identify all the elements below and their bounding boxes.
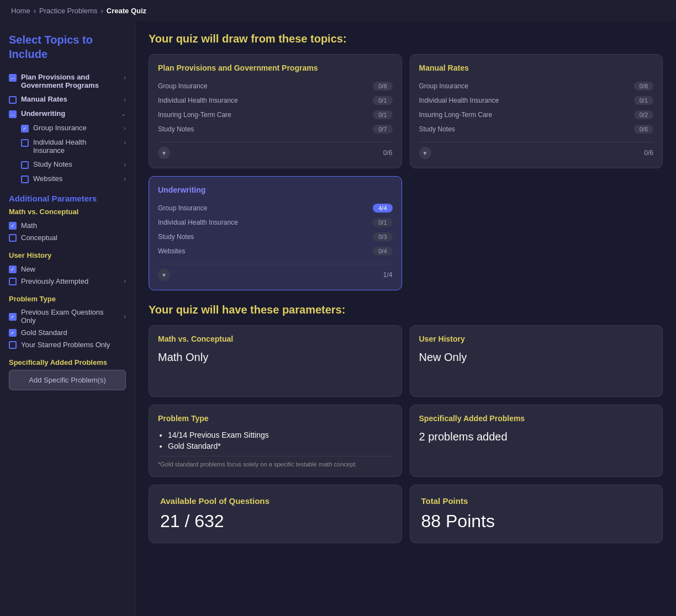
pp-row-3: Study Notes 0/7 — [158, 122, 393, 136]
gold-note: *Gold standard problems focus solely on … — [158, 456, 393, 468]
main-content: Your quiz will draw from these topics: P… — [135, 22, 676, 615]
mr-row-1-badge: 0/1 — [634, 96, 653, 105]
pp-row-1-label: Individual Health Insurance — [158, 97, 238, 104]
uw-row-1-label: Individual Health Insurance — [158, 219, 238, 226]
chevron-group-insurance: › — [124, 125, 126, 131]
checkbox-starred[interactable] — [9, 341, 17, 349]
problem-type-param-card: Problem Type 14/14 Previous Exam Sitting… — [149, 405, 402, 477]
group-insurance-label: Group Insurance — [33, 124, 119, 132]
sidebar-item-plan-provisions[interactable]: Plan Provisions and Government Programs … — [9, 70, 126, 92]
checkbox-previously-attempted[interactable] — [9, 278, 17, 285]
checkbox-gold-standard[interactable] — [9, 329, 17, 337]
user-history-group: User History New Previously Attempted › — [9, 251, 126, 287]
add-specific-button[interactable]: Add Specific Problem(s) — [9, 370, 126, 390]
gold-standard-label: Gold Standard — [21, 328, 67, 337]
mr-dropdown[interactable]: ▼ — [419, 147, 431, 159]
available-pool-label: Available Pool of Questions — [160, 496, 390, 506]
breadcrumb-practice[interactable]: Practice Problems — [39, 7, 97, 15]
sidebar-item-manual-rates[interactable]: Manual Rates › — [9, 92, 126, 107]
uw-row-0-label: Group Insurance — [158, 204, 207, 212]
plan-provisions-card-title: Plan Provisions and Government Programs — [158, 63, 393, 72]
uw-row-2-badge: 0/3 — [373, 232, 392, 241]
chevron-websites: › — [124, 176, 126, 182]
sidebar-item-group-insurance[interactable]: Group Insurance › — [21, 121, 126, 135]
total-points-label: Total Points — [421, 496, 652, 506]
sidebar-item-websites[interactable]: Websites › — [21, 172, 126, 186]
topics-cards-row: Plan Provisions and Government Programs … — [149, 54, 663, 168]
checkbox-new[interactable] — [9, 265, 17, 273]
previously-attempted-option[interactable]: Previously Attempted › — [9, 275, 126, 287]
mr-row-3: Study Notes 0/6 — [419, 122, 654, 136]
mr-row-2-badge: 0/2 — [634, 110, 653, 119]
chevron-individual-health: › — [124, 139, 126, 146]
chevron-manual-rates: › — [124, 96, 126, 103]
pp-row-0-label: Group Insurance — [158, 82, 207, 90]
pp-dropdown[interactable]: ▼ — [158, 147, 170, 159]
checkbox-prev-exam[interactable] — [9, 313, 17, 321]
chevron-plan-provisions: › — [124, 74, 126, 81]
checkbox-individual-health[interactable] — [21, 139, 29, 147]
mr-row-0-label: Group Insurance — [419, 82, 468, 90]
underwriting-card-title: Underwriting — [158, 185, 393, 194]
starred-option[interactable]: Your Starred Problems Only — [9, 338, 126, 351]
gold-standard-option[interactable]: Gold Standard — [9, 326, 126, 338]
params-heading: Your quiz will have these parameters: — [149, 304, 663, 316]
mr-row-2-label: Insuring Long-Term Care — [419, 111, 493, 119]
sidebar: Select Topics to Include Plan Provisions… — [0, 22, 135, 615]
checkbox-study-notes[interactable] — [21, 161, 29, 169]
available-pool-value: 21 / 632 — [160, 511, 390, 532]
study-notes-label: Study Notes — [33, 160, 119, 168]
problem-type-param-title: Problem Type — [158, 414, 393, 423]
breadcrumb-current: Create Quiz — [107, 7, 146, 15]
checkbox-manual-rates[interactable] — [9, 96, 17, 104]
sidebar-item-underwriting[interactable]: Underwriting ⌄ — [9, 107, 126, 121]
mr-card-footer: ▼ 0/6 — [419, 142, 654, 159]
breadcrumb-sep1: › — [34, 7, 36, 15]
math-conceptual-param-title: Math vs. Conceptual — [158, 334, 393, 343]
checkbox-group-insurance[interactable] — [21, 125, 29, 132]
specifically-added-param-card: Specifically Added Problems 2 problems a… — [410, 405, 663, 477]
user-history-param-value: New Only — [419, 351, 654, 364]
websites-label: Websites — [33, 174, 119, 183]
checkbox-underwriting[interactable] — [9, 110, 17, 118]
checkbox-math[interactable] — [9, 222, 17, 230]
math-conceptual-label: Math vs. Conceptual — [9, 208, 126, 216]
uw-row-0-badge: 4/4 — [373, 204, 392, 213]
specifically-added-group: Specifically Added Problems Add Specific… — [9, 358, 126, 390]
breadcrumb-sep2: › — [101, 7, 103, 15]
checkbox-websites[interactable] — [21, 176, 29, 183]
checkbox-plan-provisions[interactable] — [9, 74, 17, 82]
uw-card-footer: ▼ 1/4 — [158, 264, 393, 281]
starred-label: Your Starred Problems Only — [21, 341, 110, 349]
conceptual-option[interactable]: Conceptual — [9, 231, 126, 243]
pp-row-0: Group Insurance 0/8 — [158, 79, 393, 93]
mr-row-3-label: Study Notes — [419, 125, 455, 133]
chevron-underwriting: ⌄ — [121, 110, 126, 118]
sidebar-item-study-notes[interactable]: Study Notes › — [21, 157, 126, 172]
new-option[interactable]: New — [9, 263, 126, 275]
uw-row-3-badge: 0/4 — [373, 247, 392, 256]
user-history-param-card: User History New Only — [410, 325, 663, 397]
chevron-prev-exam: › — [124, 313, 126, 320]
plan-provisions-card: Plan Provisions and Government Programs … — [149, 54, 402, 168]
breadcrumb-home[interactable]: Home — [11, 7, 30, 15]
params-grid-2: Problem Type 14/14 Previous Exam Sitting… — [149, 405, 663, 477]
uw-dropdown[interactable]: ▼ — [158, 269, 170, 281]
mr-row-1-label: Individual Health Insurance — [419, 97, 499, 104]
mr-row-0: Group Insurance 0/8 — [419, 79, 654, 93]
plan-provisions-label: Plan Provisions and Government Programs — [21, 73, 119, 89]
additional-params-title: Additional Parameters — [9, 194, 126, 203]
uw-row-3-label: Websites — [158, 247, 185, 255]
prev-exam-label: Previous Exam Questions Only — [21, 308, 119, 325]
math-conceptual-group: Math vs. Conceptual Math Conceptual — [9, 208, 126, 243]
checkbox-conceptual[interactable] — [9, 234, 17, 242]
math-option[interactable]: Math — [9, 219, 126, 231]
manual-rates-card-title: Manual Rates — [419, 63, 654, 72]
new-label: New — [21, 265, 35, 273]
user-history-param-title: User History — [419, 334, 654, 343]
prev-exam-option[interactable]: Previous Exam Questions Only › — [9, 306, 126, 326]
specifically-added-title: Specifically Added Problems — [9, 358, 126, 367]
uw-row-3: Websites 0/4 — [158, 244, 393, 258]
sidebar-item-individual-health[interactable]: Individual Health Insurance › — [21, 135, 126, 157]
uw-row-0: Group Insurance 4/4 — [158, 201, 393, 215]
